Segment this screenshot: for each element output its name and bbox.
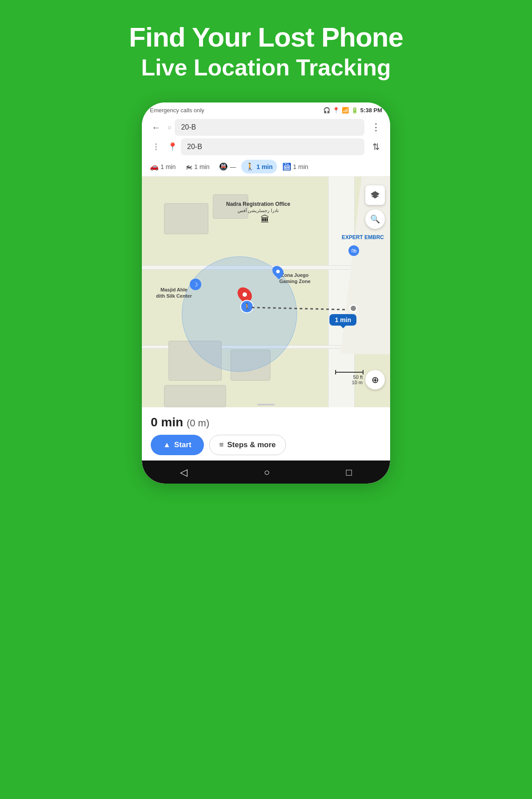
from-dot-icon: ○: [168, 124, 171, 131]
nav-back-button[interactable]: ◁: [180, 467, 188, 478]
page-title-line2: Live Location Tracking: [141, 55, 391, 81]
expert-label: EXPERT EMBRC: [342, 234, 384, 240]
distance-detail-text: (0 m): [187, 417, 209, 429]
status-bar: Emergency calls only 🎧 📍 📶 🔋 5:38 PM: [142, 102, 390, 115]
end-dot: [349, 304, 357, 312]
status-right: 🎧 📍 📶 🔋 5:38 PM: [323, 107, 382, 114]
nadra-label: Nadra Registration Office نادرا رجسٹریشن…: [226, 201, 290, 213]
moto-icon: 🏍: [185, 163, 192, 171]
action-buttons: ▲ Start ≡ Steps & more: [151, 435, 381, 455]
building-5: [164, 385, 226, 407]
tab-car[interactable]: 🚗 1 min: [145, 160, 180, 173]
scale-ft: 50 ft: [335, 374, 364, 380]
start-icon: ▲: [163, 441, 171, 449]
time-bubble: 1 min: [329, 314, 356, 326]
more-options-button[interactable]: ⋮: [368, 119, 384, 135]
tab-moto[interactable]: 🏍 1 min: [181, 160, 214, 173]
scale-bar: 50 ft 10 m: [335, 370, 364, 385]
map-area[interactable]: Nadra Registration Office نادرا رجسٹریشن…: [142, 177, 390, 407]
transit-time: —: [230, 163, 236, 170]
crescent-pin: ☽: [190, 279, 201, 290]
zona-pin: [273, 265, 283, 278]
scale-m: 10 m: [335, 380, 364, 385]
walk-time: 1 min: [256, 163, 273, 170]
locate-me-button[interactable]: ⊕: [365, 370, 385, 390]
back-button[interactable]: ←: [148, 119, 164, 135]
status-signal-icon: 📶: [342, 107, 349, 114]
building-1: [164, 203, 208, 234]
nav-recent-button[interactable]: □: [346, 467, 352, 478]
nav-home-button[interactable]: ○: [264, 467, 270, 478]
distance-value: 0 min: [151, 415, 183, 429]
transport-tabs: 🚗 1 min 🏍 1 min 🚇 — 🚶 1 min 🛗 1 min: [142, 157, 390, 177]
tab-walk[interactable]: 🚶 1 min: [241, 160, 277, 173]
nav-bar: ◁ ○ □: [142, 461, 390, 484]
to-row: 📍 20-B ⇅: [148, 138, 384, 155]
walk-icon: 🚶: [246, 162, 254, 171]
zona-label: Zona JuegoGaming Zone: [279, 272, 310, 285]
page-title-line1: Find Your Lost Phone: [129, 21, 403, 53]
tab-transit[interactable]: 🚇 —: [215, 160, 240, 173]
spacer: [148, 143, 164, 150]
to-input[interactable]: 20-B: [181, 138, 364, 155]
steps-label: Steps & more: [227, 441, 276, 449]
from-row: ← ○ 20-B ⋮: [148, 119, 384, 136]
distance-row: 0 min (0 m): [151, 415, 381, 429]
masjid-label: Masjid Ahledith Silk Center: [156, 287, 192, 299]
accessible-icon: 🛗: [282, 162, 291, 171]
car-icon: 🚗: [150, 162, 159, 171]
bottom-panel: 0 min (0 m) ▲ Start ≡ Steps & more: [142, 407, 390, 461]
swap-button[interactable]: ⇅: [368, 139, 384, 155]
shop-pin: 🛍: [348, 245, 359, 256]
walk-figure-marker: 🚶: [240, 300, 254, 313]
start-label: Start: [174, 441, 192, 449]
transit-icon: 🚇: [219, 162, 228, 171]
status-headphone-icon: 🎧: [323, 107, 330, 114]
tab-accessible[interactable]: 🛗 1 min: [278, 160, 313, 173]
status-location-icon: 📍: [332, 107, 340, 114]
search-map-button[interactable]: 🔍: [365, 209, 385, 229]
search-area: ← ○ 20-B ⋮ 📍 20-B ⇅: [142, 115, 390, 157]
steps-more-button[interactable]: ≡ Steps & more: [209, 435, 286, 455]
car-time: 1 min: [160, 163, 176, 170]
status-time: 5:38 PM: [360, 107, 382, 114]
steps-icon: ≡: [219, 441, 224, 449]
status-left-text: Emergency calls only: [150, 107, 204, 114]
start-button[interactable]: ▲ Start: [151, 435, 204, 455]
moto-time: 1 min: [194, 163, 209, 170]
phone-shell: Emergency calls only 🎧 📍 📶 🔋 5:38 PM ← ○…: [142, 102, 390, 484]
drag-handle: [257, 404, 275, 405]
accessible-time: 1 min: [293, 163, 308, 170]
from-input[interactable]: 20-B: [175, 119, 364, 136]
layers-button[interactable]: [365, 185, 385, 205]
nadra-icon: 🏛: [261, 214, 270, 224]
status-battery-icon: 🔋: [351, 107, 358, 114]
to-pin-icon: 📍: [168, 142, 177, 152]
